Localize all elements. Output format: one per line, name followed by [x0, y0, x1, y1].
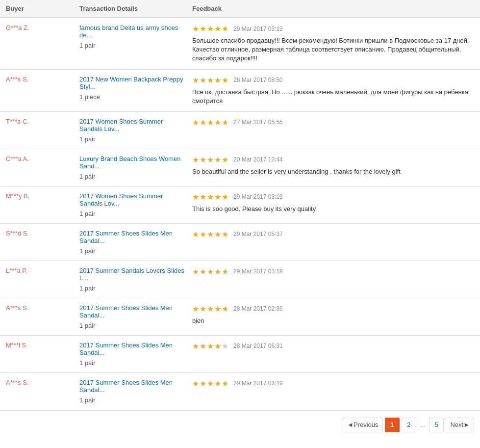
transaction-cell: 2017 New Women Backpack Preppy Styl... 1… — [79, 76, 192, 101]
star-icon: ★ — [207, 267, 214, 276]
star-icon: ★ — [214, 192, 221, 202]
feedback-date: 29 Mar 2017 03:19 — [233, 193, 283, 200]
star-icon: ★ — [200, 155, 206, 164]
star-icon: ★ — [200, 192, 206, 202]
buyer-name: A***s S. — [6, 304, 79, 312]
star-icon: ★ — [214, 342, 221, 351]
feedback-cell: ★★★★★ 29 Mar 2017 03:19 This is soo good… — [192, 192, 474, 213]
feedback-date: 27 Mar 2017 05:55 — [233, 119, 283, 126]
table-row: A***s S. 2017 New Women Backpack Preppy … — [0, 70, 480, 112]
page-5-button[interactable]: 5 — [429, 418, 444, 432]
table-row: C***a A. Luxury Brand Beach Shoes Women … — [0, 149, 480, 186]
transaction-cell: 2017 Women Shoes Summer Sandals Lov... 1… — [79, 118, 192, 143]
feedback-text: Большое спасибо продавцу!!! Всем рекомен… — [192, 36, 474, 63]
buyer-name: A***s S. — [6, 379, 79, 386]
star-icon: ★ — [192, 342, 199, 351]
star-icon: ★ — [207, 118, 214, 127]
feedback-cell: ★★★★★ 27 Mar 2017 05:55 — [192, 118, 474, 130]
quantity-label: 1 pair — [79, 210, 96, 217]
quantity-label: 1 pair — [79, 135, 96, 143]
star-icon: ★ — [192, 155, 199, 164]
quantity-label: 1 pair — [79, 396, 96, 404]
transaction-cell: famous brand Delta us army shoes de... 1… — [79, 24, 192, 49]
transaction-link[interactable]: famous brand Delta us army shoes de... — [79, 24, 187, 39]
pagination: ◄ Previous 1 2 ... 5 Next ► — [0, 410, 480, 439]
star-icon: ★ — [200, 342, 206, 351]
quantity-label: 1 pair — [79, 42, 96, 49]
star-rating: ★★★★★ — [192, 24, 228, 33]
quantity-label: 1 pair — [79, 285, 96, 292]
star-icon: ★ — [192, 304, 199, 314]
star-icon: ★ — [200, 304, 206, 314]
transaction-link[interactable]: 2017 Summer Shoes Slides Men Sandal... — [79, 342, 187, 356]
transaction-link[interactable]: 2017 New Women Backpack Preppy Styl... — [79, 76, 187, 90]
star-icon: ★ — [214, 379, 221, 388]
feedback-top: ★★★★★ 28 Mar 2017 02:36 — [192, 304, 474, 314]
star-icon: ★ — [192, 76, 199, 85]
feedback-date: 28 Mar 2017 06:31 — [233, 343, 283, 349]
star-icon: ★ — [207, 342, 214, 351]
star-icon: ★ — [207, 304, 214, 314]
feedback-date: 29 Mar 2017 03:19 — [233, 26, 283, 32]
quantity-label: 1 pair — [79, 173, 96, 180]
star-icon: ★ — [214, 155, 221, 164]
star-icon: ★ — [214, 267, 221, 276]
star-icon: ★ — [192, 24, 199, 33]
feedback-cell: ★★★★★ 28 Mar 2017 06:31 — [192, 342, 474, 354]
transaction-link[interactable]: 2017 Summer Sandals Lovers Slides L... — [79, 267, 187, 282]
star-icon: ★ — [207, 155, 214, 164]
transaction-link[interactable]: 2017 Women Shoes Summer Sandals Lov... — [79, 118, 187, 132]
feedback-cell: ★★★★★ 29 Mar 2017 03:19 — [192, 379, 474, 391]
table-row: G***a Z. famous brand Delta us army shoe… — [0, 18, 480, 70]
page-2-button[interactable]: 2 — [402, 418, 416, 432]
buyer-name: S***d S. — [6, 230, 79, 237]
star-icon: ★ — [222, 192, 228, 202]
feedback-cell: ★★★★★ 20 Mar 2017 13:44 So beautiful and… — [192, 155, 474, 176]
transaction-cell: 2017 Summer Shoes Slides Men Sandal... 1… — [79, 304, 192, 329]
transaction-link[interactable]: Luxury Brand Beach Shoes Women Sand... — [79, 155, 187, 170]
feedback-date: 28 Mar 2017 08:50 — [233, 77, 283, 83]
star-icon: ★ — [200, 379, 206, 388]
table-body: G***a Z. famous brand Delta us army shoe… — [0, 18, 480, 410]
star-icon: ★ — [222, 24, 228, 33]
star-icon: ★ — [214, 24, 221, 33]
star-icon: ★ — [200, 76, 206, 85]
table-row: A***s S. 2017 Summer Shoes Slides Men Sa… — [0, 373, 480, 410]
transaction-link[interactable]: 2017 Summer Shoes Slides Men Sandal... — [79, 304, 187, 319]
buyer-name: M***y B. — [6, 192, 79, 200]
transaction-link[interactable]: 2017 Summer Shoes Slides Men Sandal... — [79, 379, 187, 394]
star-rating: ★★★★★ — [192, 304, 228, 314]
page-1-button[interactable]: 1 — [385, 418, 400, 432]
table-row: T***a C. 2017 Women Shoes Summer Sandals… — [0, 112, 480, 149]
feedback-date: 29 Mar 2017 03:19 — [233, 268, 283, 275]
table-row: A***s S. 2017 Summer Shoes Slides Men Sa… — [0, 298, 480, 336]
feedback-cell: ★★★★★ 28 Mar 2017 02:36 bien — [192, 304, 474, 325]
star-rating: ★★★★★ — [192, 342, 228, 351]
previous-button[interactable]: ◄ Previous — [343, 418, 382, 432]
table-header: Buyer Transaction Details Feedback — [0, 0, 480, 18]
star-icon: ★ — [222, 304, 228, 314]
transaction-cell: 2017 Summer Sandals Lovers Slides L... 1… — [79, 267, 192, 292]
feedback-text: Все ок, доставка быстрая, Но ...... рюкз… — [192, 88, 474, 105]
feedback-top: ★★★★★ 28 Mar 2017 06:31 — [192, 342, 474, 351]
buyer-name: L***a P. — [6, 267, 79, 274]
star-icon: ★ — [222, 267, 228, 276]
feedback-top: ★★★★★ 29 Mar 2017 03:19 — [192, 267, 474, 276]
star-icon: ★ — [207, 76, 214, 85]
transaction-cell: 2017 Women Shoes Summer Sandals Lov... 1… — [79, 192, 192, 217]
feedback-text: bien — [192, 316, 474, 325]
star-icon: ★ — [192, 192, 199, 202]
star-icon: ★ — [200, 230, 206, 239]
table-row: M***y B. 2017 Women Shoes Summer Sandals… — [0, 186, 480, 224]
header-feedback: Feedback — [192, 5, 474, 12]
feedback-text: This is soo good. Please buy its very qu… — [192, 205, 474, 213]
transaction-link[interactable]: 2017 Summer Shoes Slides Men Sandal... — [79, 230, 187, 244]
feedback-top: ★★★★★ 29 Mar 2017 03:19 — [192, 192, 474, 202]
star-rating: ★★★★★ — [192, 267, 228, 276]
transaction-link[interactable]: 2017 Women Shoes Summer Sandals Lov... — [79, 192, 187, 207]
next-button[interactable]: Next ► — [446, 418, 474, 432]
header-buyer: Buyer — [6, 5, 79, 12]
star-icon: ★ — [222, 118, 228, 127]
quantity-label: 1 piece — [79, 93, 100, 101]
buyer-name: G***a Z. — [6, 24, 79, 31]
